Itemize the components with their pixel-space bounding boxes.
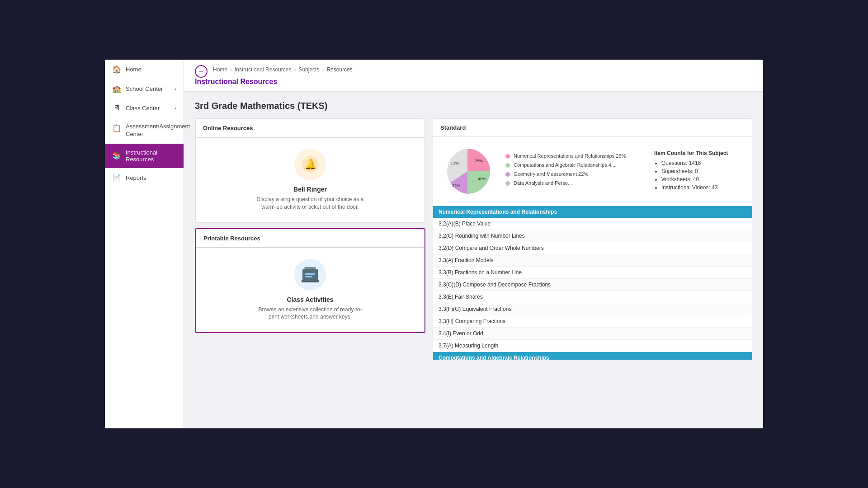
legend-label: Data Analysis and Perso... (514, 180, 572, 186)
sidebar-item-label: Instructional Resources (126, 149, 176, 163)
sidebar-item-label: Reports (126, 174, 146, 181)
legend-item-numerical: Numerical Representations and Relationsh… (505, 153, 643, 159)
breadcrumb-sep: › (230, 66, 232, 73)
legend-item-computations: Computations and Algebraic Relationships… (505, 162, 643, 168)
category-computations: Computations and Algebraic Relationships (433, 352, 752, 360)
svg-text:13%: 13% (451, 161, 459, 165)
legend-dot (505, 181, 510, 186)
online-resources-section: Online Resources 🔔 Bell Ringer Display a… (195, 118, 425, 223)
count-videos: Instructional Videos: 43 (661, 184, 745, 191)
breadcrumb-resources: Resources (326, 66, 352, 73)
standard-row[interactable]: 3.3(B) Fractions on a Number Line (433, 267, 752, 279)
sidebar-item-label: Assessment/Assignment Center (126, 123, 190, 138)
svg-text:🔔: 🔔 (304, 158, 317, 170)
standard-row[interactable]: 3.4(I) Even or Odd (433, 328, 752, 340)
svg-text:25%: 25% (475, 159, 483, 163)
breadcrumb-sep: › (322, 66, 324, 73)
standard-row[interactable]: 3.3(F)(G) Equivalent Fractions (433, 303, 752, 315)
page-title: Instructional Resources (195, 78, 752, 91)
legend-dot (505, 154, 510, 159)
header: ← Home › Instructional Resources › Subje… (184, 60, 763, 92)
sidebar-item-class-center[interactable]: 🖥 Class Center › (105, 99, 184, 117)
sidebar-item-home[interactable]: 🏠 Home (105, 60, 184, 79)
class-activities-icon (294, 259, 326, 291)
class-activities-title: Class Activities (287, 296, 334, 303)
class-activities-card[interactable]: Class Activities Browse an extensive col… (196, 248, 425, 333)
printable-resources-section: Printable Resources (195, 228, 425, 333)
item-counts: Item Counts for This Subject Questions: … (654, 150, 745, 192)
class-activities-desc: Browse an extensive collection of ready-… (256, 306, 364, 321)
arrow-decoration (422, 273, 425, 311)
breadcrumb-subjects[interactable]: Subjects (298, 66, 319, 73)
legend-dot (505, 163, 510, 168)
item-counts-list: Questions: 1416 Supersheets: 0 Worksheet… (654, 160, 745, 191)
sidebar-item-label: Class Center (126, 105, 160, 112)
svg-rect-3 (304, 267, 316, 269)
category-numerical: Numerical Representations and Relationsh… (433, 206, 752, 218)
standard-row[interactable]: 3.3(E) Fair Shares (433, 291, 752, 303)
legend-item-data: Data Analysis and Perso... (505, 180, 643, 186)
pie-chart: 25% 40% 22% 13% (440, 144, 495, 198)
standard-row[interactable]: 3.3(C)(D) Compose and Decompose Fraction… (433, 279, 752, 291)
svg-rect-7 (303, 280, 317, 281)
svg-rect-4 (305, 273, 315, 275)
back-button[interactable]: ← (195, 65, 208, 78)
standard-row[interactable]: 3.3(A) Fraction Models (433, 254, 752, 267)
chart-legend: Numerical Representations and Relationsh… (505, 153, 643, 189)
svg-rect-5 (305, 276, 312, 277)
left-panel: Online Resources 🔔 Bell Ringer Display a… (195, 118, 425, 360)
legend-label: Computations and Algebraic Relationships… (514, 162, 615, 168)
sidebar-item-assessment[interactable]: 📋 Assessment/Assignment Center (105, 117, 184, 144)
standard-row[interactable]: 3.2(C) Rounding with Number Lines (433, 230, 752, 242)
breadcrumb: Home › Instructional Resources › Subject… (213, 66, 353, 73)
chevron-right-icon: › (175, 86, 176, 92)
main-content: ← Home › Instructional Resources › Subje… (184, 60, 763, 428)
sidebar-item-label: Home (126, 66, 142, 73)
standard-panel-header: Standard (433, 119, 752, 137)
printable-resources-header: Printable Resources (196, 229, 425, 248)
content-grid: Online Resources 🔔 Bell Ringer Display a… (195, 118, 752, 360)
sidebar-item-instructional[interactable]: 📚 Instructional Resources (105, 144, 184, 168)
standard-panel: Standard (433, 118, 752, 360)
class-icon: 🖥 (112, 104, 121, 112)
bell-ringer-title: Bell Ringer (293, 186, 327, 193)
bell-ringer-card[interactable]: 🔔 Bell Ringer Display a single question … (195, 137, 425, 222)
count-worksheets: Worksheets: 40 (661, 176, 745, 183)
legend-label: Numerical Representations and Relationsh… (514, 153, 626, 159)
chevron-right-icon: › (175, 105, 176, 111)
breadcrumb-home[interactable]: Home (213, 66, 227, 73)
standard-row[interactable]: 3.2(A)(B) Place Value (433, 218, 752, 230)
subject-title: 3rd Grade Mathematics (TEKS) (195, 101, 752, 111)
svg-text:40%: 40% (478, 177, 486, 181)
legend-dot (505, 172, 510, 177)
school-icon: 🏫 (112, 84, 121, 93)
bell-ringer-icon: 🔔 (294, 149, 326, 180)
assessment-icon: 📋 (112, 124, 121, 132)
bell-ringer-desc: Display a single question of your choice… (256, 196, 364, 211)
standards-list: Numerical Representations and Relationsh… (433, 206, 752, 360)
svg-text:22%: 22% (452, 183, 460, 188)
sidebar-item-school-center[interactable]: 🏫 School Center › (105, 79, 184, 99)
instructional-icon: 📚 (112, 151, 121, 160)
breadcrumb-sep: › (294, 66, 296, 73)
legend-label: Geometry and Measurement 22% (514, 171, 588, 177)
item-counts-title: Item Counts for This Subject (654, 150, 745, 156)
back-arrow-icon: ← (198, 68, 204, 75)
standard-row[interactable]: 3.7(A) Measuring Length (433, 340, 752, 352)
sidebar-item-label: School Center (126, 85, 163, 92)
reports-icon: 📄 (112, 174, 121, 182)
home-icon: 🏠 (112, 65, 121, 74)
online-resources-header: Online Resources (195, 119, 425, 137)
standard-row[interactable]: 3.3(H) Comparing Fractions (433, 315, 752, 328)
content-area: 3rd Grade Mathematics (TEKS) Online Reso… (184, 92, 763, 428)
sidebar: 🏠 Home 🏫 School Center › 🖥 Class Center … (105, 60, 184, 428)
standard-row[interactable]: 3.2(D) Compare and Order Whole Numbers (433, 242, 752, 254)
count-supersheets: Supersheets: 0 (661, 168, 745, 174)
sidebar-item-reports[interactable]: 📄 Reports (105, 168, 184, 188)
breadcrumb-instructional[interactable]: Instructional Resources (235, 66, 291, 73)
legend-item-geometry: Geometry and Measurement 22% (505, 171, 643, 177)
chart-area: 25% 40% 22% 13% Numerical Representation… (433, 137, 752, 206)
count-questions: Questions: 1416 (661, 160, 745, 166)
